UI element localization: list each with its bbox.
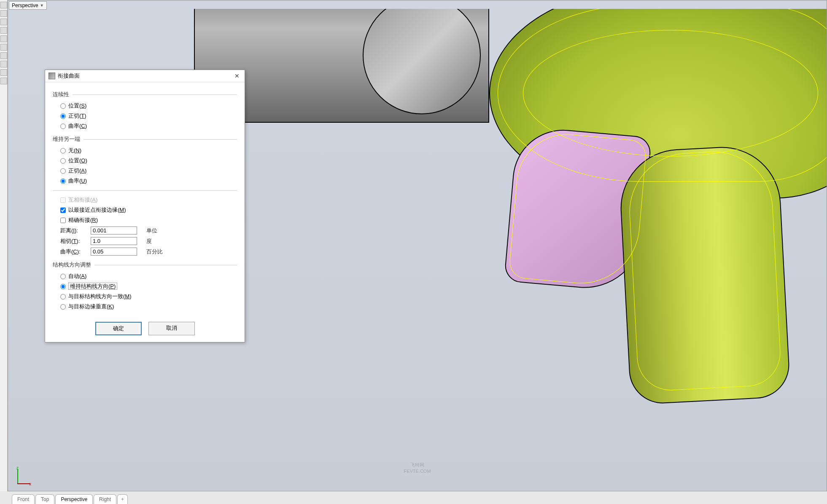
axis-x-line <box>17 483 30 484</box>
continuity-curvature-label[interactable]: 曲率(C) <box>68 122 87 130</box>
tool-icon[interactable] <box>0 27 7 34</box>
preserve-curvature-label[interactable]: 曲率(U) <box>68 177 87 185</box>
tool-icon[interactable] <box>0 2 7 8</box>
close-icon[interactable]: ✕ <box>233 73 241 79</box>
distance-label: 距离(I): <box>60 227 86 234</box>
preserve-none-row[interactable]: 无(N) <box>53 146 237 156</box>
preserve-tangent-radio[interactable] <box>60 168 66 174</box>
tool-icon[interactable] <box>0 52 7 59</box>
tool-icon[interactable] <box>0 61 7 67</box>
preserve-curvature-row[interactable]: 曲率(U) <box>53 176 237 186</box>
dialog-titlebar[interactable]: 衔接曲面 ✕ <box>45 70 245 82</box>
viewport-title-label: Perspective <box>12 3 38 8</box>
continuity-curvature-row[interactable]: 曲率(C) <box>53 121 237 131</box>
preserve-position-radio[interactable] <box>60 158 66 164</box>
continuity-tangent-radio[interactable] <box>60 113 66 119</box>
tool-icon[interactable] <box>0 69 7 76</box>
curvature-row: 曲率(C): 百分比 <box>53 246 237 257</box>
tab-perspective[interactable]: Perspective <box>55 494 93 504</box>
tool-icon[interactable] <box>0 35 7 42</box>
isocurve-auto-label[interactable]: 自动(A) <box>68 272 86 280</box>
closest-points-row[interactable]: 以最接近点衔接边缘(M) <box>53 205 237 215</box>
isocurve-match-label[interactable]: 与目标结构线方向一致(M) <box>68 293 132 300</box>
isocurve-match-row[interactable]: 与目标结构线方向一致(M) <box>53 291 237 302</box>
tab-more-icon[interactable]: + <box>117 494 128 504</box>
tangent-unit: 度 <box>146 237 152 245</box>
divider <box>84 139 237 140</box>
isocurve-header: 结构线方向调整 <box>53 261 237 269</box>
refine-match-row[interactable]: 精确衔接(R) <box>53 215 237 225</box>
isocurve-auto-row[interactable]: 自动(A) <box>53 271 237 281</box>
preserve-none-label[interactable]: 无(N) <box>68 147 81 154</box>
continuity-position-radio[interactable] <box>60 103 66 109</box>
axis-z-line <box>17 469 18 483</box>
axis-x-label: x <box>29 482 31 486</box>
isocurve-perp-row[interactable]: 与目标边缘垂直(K) <box>53 302 237 312</box>
continuity-header: 连续性 <box>53 91 237 98</box>
continuity-tangent-row[interactable]: 正切(T) <box>53 111 237 121</box>
tool-icon[interactable] <box>0 44 7 51</box>
distance-row: 距离(I): 单位 <box>53 225 237 236</box>
isocurve-perp-label[interactable]: 与目标边缘垂直(K) <box>68 303 114 310</box>
average-surfaces-checkbox <box>60 197 66 203</box>
preserve-header-label: 维持另一端 <box>53 135 80 143</box>
tangent-row: 相切(T): 度 <box>53 236 237 246</box>
curvature-input[interactable] <box>91 248 137 256</box>
continuity-curvature-radio[interactable] <box>60 124 66 129</box>
isocurve-preserve-label[interactable]: 维持结构线方向(P) <box>68 283 117 290</box>
dialog-body: 连续性 位置(S) 正切(T) 曲率(C) 维持另一端 无(N) 位置(O) <box>45 82 245 342</box>
continuity-position-row[interactable]: 位置(S) <box>53 101 237 111</box>
ok-button[interactable]: 确定 <box>95 322 142 335</box>
dialog-icon <box>48 73 55 79</box>
isocurve-match-radio[interactable] <box>60 294 66 299</box>
isocurve-preserve-row[interactable]: 维持结构线方向(P) <box>53 281 237 291</box>
isocurve-preserve-radio[interactable] <box>60 284 66 289</box>
preserve-position-label[interactable]: 位置(O) <box>68 157 87 164</box>
isocurve-perp-radio[interactable] <box>60 304 66 310</box>
tab-top[interactable]: Top <box>35 494 54 504</box>
average-surfaces-label: 互相衔接(A) <box>68 196 97 204</box>
tangent-label: 相切(T): <box>60 237 86 245</box>
divider <box>94 265 237 265</box>
closest-points-checkbox[interactable] <box>60 208 66 213</box>
tangent-input[interactable] <box>91 237 137 245</box>
tool-icon[interactable] <box>0 78 7 84</box>
preserve-tangent-label[interactable]: 正切(A) <box>68 167 86 175</box>
curvature-unit: 百分比 <box>146 248 163 256</box>
tab-right[interactable]: Right <box>94 494 116 504</box>
continuity-header-label: 连续性 <box>53 91 69 98</box>
cancel-button[interactable]: 取消 <box>148 322 195 335</box>
left-toolbar <box>0 0 8 491</box>
preserve-curvature-radio[interactable] <box>60 178 66 184</box>
divider <box>53 190 237 191</box>
tool-icon[interactable] <box>0 19 7 25</box>
drill-model <box>194 9 827 367</box>
isocurve-auto-radio[interactable] <box>60 274 66 279</box>
closest-points-label[interactable]: 以最接近点衔接边缘(M) <box>68 206 126 214</box>
chevron-down-icon: ▼ <box>40 3 44 8</box>
dialog-title-text: 衔接曲面 <box>58 72 80 80</box>
divider <box>73 94 237 95</box>
axis-z-label: z <box>16 466 19 470</box>
match-surface-dialog: 衔接曲面 ✕ 连续性 位置(S) 正切(T) 曲率(C) 维持另一端 无(N) <box>45 70 245 342</box>
tool-icon[interactable] <box>0 10 7 17</box>
refine-match-label[interactable]: 精确衔接(R) <box>68 216 98 224</box>
preserve-tangent-row[interactable]: 正切(A) <box>53 166 237 176</box>
refine-match-checkbox[interactable] <box>60 218 66 223</box>
viewport-tabs: Front Top Perspective Right + <box>8 492 128 504</box>
dialog-buttons: 确定 取消 <box>53 322 237 335</box>
viewport-title-tab[interactable]: Perspective ▼ <box>9 1 47 10</box>
average-surfaces-row: 互相衔接(A) <box>53 195 237 205</box>
tab-front[interactable]: Front <box>12 494 35 504</box>
distance-input[interactable] <box>91 226 137 234</box>
continuity-tangent-label[interactable]: 正切(T) <box>68 112 86 120</box>
distance-unit: 单位 <box>146 227 157 234</box>
preserve-position-row[interactable]: 位置(O) <box>53 156 237 166</box>
preserve-header: 维持另一端 <box>53 135 237 143</box>
continuity-position-label[interactable]: 位置(S) <box>68 102 86 110</box>
drill-handle <box>618 144 791 405</box>
curvature-label: 曲率(C): <box>60 248 86 256</box>
isocurve-header-label: 结构线方向调整 <box>53 261 91 269</box>
preserve-none-radio[interactable] <box>60 148 66 154</box>
axis-widget: z x <box>12 466 33 487</box>
